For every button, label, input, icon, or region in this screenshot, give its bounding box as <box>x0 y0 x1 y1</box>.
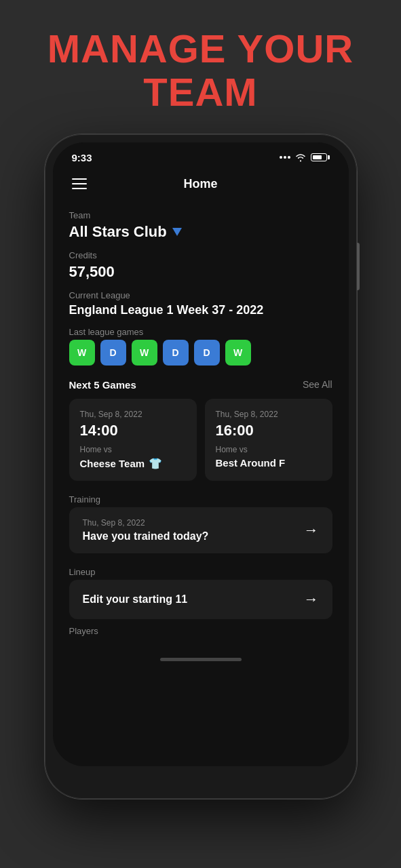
game-opponent-name-1: Best Around F <box>216 457 286 469</box>
filter-icon[interactable] <box>172 228 182 236</box>
phone-screen: 9:33 <box>53 142 349 766</box>
training-card-content: Thu, Sep 8, 2022 Have you trained today? <box>83 518 209 542</box>
games-row: Thu, Sep 8, 2022 14:00 Home vs Cheese Te… <box>69 399 332 481</box>
lineup-section: Lineup Edit your starting 11 → <box>69 567 332 619</box>
status-icons <box>280 153 330 162</box>
signal-icon <box>280 156 290 159</box>
lineup-arrow-icon: → <box>304 591 319 608</box>
game-date-1: Thu, Sep 8, 2022 <box>216 410 322 419</box>
status-time: 9:33 <box>72 152 92 163</box>
game-date-0: Thu, Sep 8, 2022 <box>80 410 186 419</box>
league-label: Current League <box>69 290 332 300</box>
players-label: Players <box>69 626 332 636</box>
game-opponent-0: Cheese Team 👕 <box>80 457 186 470</box>
lineup-card-content: Edit your starting 11 <box>83 593 188 606</box>
training-section: Training Thu, Sep 8, 2022 Have you train… <box>69 494 332 553</box>
game-type-0: Home vs <box>80 445 186 454</box>
battery-icon <box>311 153 330 161</box>
game-card-1[interactable]: Thu, Sep 8, 2022 16:00 Home vs Best Arou… <box>205 399 332 481</box>
home-bar <box>160 658 242 661</box>
results-row: WDWDDW <box>69 340 332 366</box>
result-badge-w: W <box>132 340 157 366</box>
phone-frame: 9:33 <box>45 134 357 799</box>
game-card-0[interactable]: Thu, Sep 8, 2022 14:00 Home vs Cheese Te… <box>69 399 197 481</box>
result-badge-w: W <box>225 340 251 366</box>
game-type-1: Home vs <box>216 445 322 454</box>
status-bar: 9:33 <box>53 142 349 169</box>
training-card[interactable]: Thu, Sep 8, 2022 Have you trained today?… <box>69 507 332 553</box>
nav-title: Home <box>183 177 217 191</box>
credits-label: Credits <box>69 250 332 260</box>
game-time-1: 16:00 <box>216 422 322 439</box>
result-badge-d: D <box>100 340 126 366</box>
training-label: Training <box>69 494 332 505</box>
hero-title-line1: MANAGE YOUR TEAM <box>47 27 354 114</box>
team-name-row: All Stars Club <box>69 223 332 241</box>
training-date: Thu, Sep 8, 2022 <box>83 518 209 528</box>
see-all-button[interactable]: See All <box>303 379 332 390</box>
result-badge-d: D <box>163 340 189 366</box>
team-name-text: All Stars Club <box>69 223 167 241</box>
lineup-card[interactable]: Edit your starting 11 → <box>69 580 332 619</box>
hero-section: MANAGE YOUR TEAM <box>7 0 394 134</box>
wifi-icon <box>294 153 307 162</box>
game-opponent-1: Best Around F <box>216 457 322 469</box>
next-games-header: Next 5 Games See All <box>69 379 332 391</box>
credits-value: 57,500 <box>69 263 332 281</box>
hamburger-menu[interactable] <box>72 178 87 189</box>
team-label: Team <box>69 210 332 220</box>
league-name: England League 1 Week 37 - 2022 <box>69 303 332 317</box>
last-games-label: Last league games <box>69 327 332 337</box>
next-games-label: Next 5 Games <box>69 379 136 391</box>
result-badge-w: W <box>69 340 95 366</box>
game-opponent-name-0: Cheese Team <box>80 458 145 469</box>
content-area: Team All Stars Club Credits 57,500 Curre… <box>53 202 349 650</box>
nav-bar: Home <box>53 169 349 202</box>
shirt-icon: 👕 <box>149 457 162 470</box>
training-prompt: Have you trained today? <box>83 530 209 542</box>
lineup-action: Edit your starting 11 <box>83 593 188 606</box>
game-time-0: 14:00 <box>80 422 186 439</box>
lineup-label: Lineup <box>69 567 332 577</box>
result-badge-d: D <box>194 340 220 366</box>
home-indicator <box>53 650 349 672</box>
training-arrow-icon: → <box>304 521 319 539</box>
